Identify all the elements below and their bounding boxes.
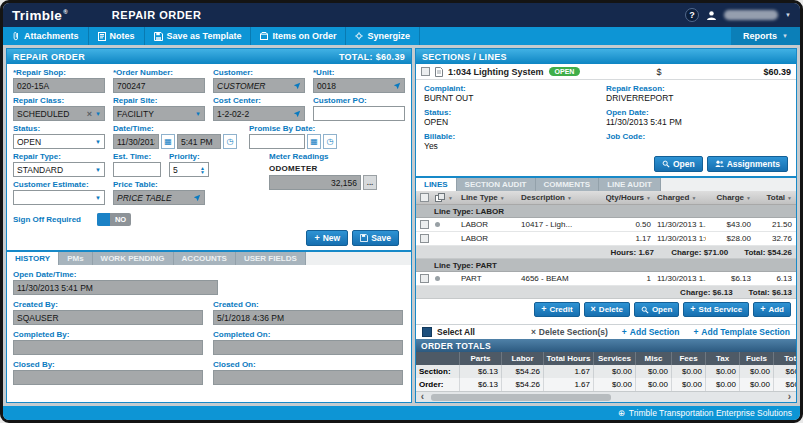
column-line-type[interactable]: Line Type▼ [458,193,518,202]
delete-sections-link[interactable]: ×Delete Section(s) [531,327,608,337]
new-button[interactable]: + New [306,230,348,246]
cell-value: $54.26 [502,378,544,391]
table-row[interactable]: LABOR 1.17 11/30/2013 1:0... $28.00 32.7… [416,232,796,246]
customer-estimate-input[interactable]: ▼ [13,190,105,205]
row-checkbox[interactable] [420,220,429,229]
clear-icon[interactable]: × [87,109,92,119]
synergize-button[interactable]: Synergize [346,27,420,45]
column-charged[interactable]: Charged▼ [654,193,706,202]
std-service-button[interactable]: +Std Service [683,302,749,317]
assignments-button[interactable]: Assignments [707,156,788,172]
lookup-icon[interactable] [293,82,301,90]
promise-by-date-input[interactable] [249,134,305,149]
chevron-down-icon[interactable]: ▼ [95,167,101,173]
order-number-input[interactable]: 700247 [113,78,205,93]
toggle-state: NO [110,215,131,224]
clock-icon[interactable]: ◷ [223,134,237,149]
lookup-icon[interactable] [193,194,201,202]
table-row[interactable]: PART 4656 - BEAM 1 11/30/2013 1... $6.13… [416,272,796,286]
add-button[interactable]: +Add [753,302,791,317]
price-table-input[interactable]: PRICE TABLE [113,190,205,205]
lookup-icon[interactable] [293,110,301,118]
tab-lines[interactable]: LINES [416,178,457,191]
reports-button[interactable]: Reports ▼ [731,27,800,45]
time-input[interactable]: 5:41 PM [177,134,221,149]
add-section-link[interactable]: +Add Section [622,327,680,337]
row-checkbox[interactable] [420,234,429,243]
section-checkbox[interactable] [421,67,430,76]
section-status-value: OPEN [424,117,606,127]
est-time-input[interactable] [113,162,161,177]
open-line-button[interactable]: Open [634,302,679,317]
more-button[interactable]: ... [363,175,377,190]
tab-section-audit[interactable]: SECTION AUDIT [457,178,536,191]
cost-center-input[interactable]: 1-2-02-2 [213,106,305,121]
items-on-order-button[interactable]: Items on Order [251,27,346,45]
odometer-input[interactable]: 32,156 [269,175,361,190]
unit-input[interactable]: 0018 [313,78,405,93]
chevron-down-icon[interactable]: ▼ [195,111,201,117]
status-dropdown[interactable]: OPEN ▼ [13,134,105,149]
cell-value: $0.00 [594,365,636,378]
header-checkbox[interactable] [420,193,429,202]
repair-type-dropdown[interactable]: STANDARD ▼ [13,162,105,177]
column-description[interactable]: Description▼ [518,193,606,202]
repair-class-combo[interactable]: SCHEDULED × ▼ [13,106,105,121]
delete-button[interactable]: ×Delete [584,302,630,317]
notes-button[interactable]: Notes [89,27,145,45]
tab-history[interactable]: HISTORY [7,252,59,265]
add-template-section-link[interactable]: +Add Template Section [693,327,790,337]
scroll-right-icon[interactable]: › [783,392,796,402]
tab-user-fields[interactable]: USER FIELDS [236,252,306,265]
credit-button[interactable]: +Credit [534,302,579,317]
column-qty-hours[interactable]: Qty/Hours▼ [606,193,654,202]
tab-comments[interactable]: COMMENTS [536,178,600,191]
select-all-checkbox[interactable] [422,327,432,337]
help-icon[interactable]: ? [685,8,699,22]
save-as-template-button[interactable]: Save as Template [145,27,252,45]
calendar-icon[interactable]: ▦ [161,134,175,149]
globe-icon: ⊕ [618,408,625,418]
attachments-button[interactable]: Attachments [3,27,89,45]
column-total[interactable]: Total▼ [754,193,796,202]
repair-site-dropdown[interactable]: FACILITY ▼ [113,106,205,121]
column-charge[interactable]: Charge▼ [706,193,754,202]
chevron-down-icon[interactable]: ▼ [95,111,101,117]
calendar-icon[interactable]: ▦ [307,134,321,149]
est-time-label: Est. Time: [113,152,161,161]
table-row[interactable]: LABOR 10417 - Ligh... 0.50 11/30/2013 1.… [416,218,796,232]
chevron-down-icon[interactable]: ▼ [785,12,791,18]
chevron-down-icon[interactable]: ▼ [95,195,101,201]
horizontal-scrollbar[interactable]: ‹ › [416,391,796,402]
save-button[interactable]: Save [352,230,399,246]
cell-line-type: PART [458,274,518,283]
sections-header-title: SECTIONS / LINES [422,52,507,62]
chevron-down-icon[interactable]: ▼ [95,139,101,145]
clock-icon[interactable]: ◷ [323,134,337,149]
sign-off-toggle[interactable]: NO [97,213,131,226]
save-icon [154,32,163,41]
tab-line-audit[interactable]: LINE AUDIT [599,178,661,191]
repair-shop-input[interactable]: 020-15A [13,78,105,93]
scrollbar-thumb[interactable] [431,394,611,401]
select-all-label[interactable]: Select All [437,327,475,337]
tab-pms[interactable]: PMs [59,252,92,265]
lookup-icon[interactable] [393,82,401,90]
customer-input[interactable]: CUSTOMER [213,78,305,93]
open-section-button[interactable]: Open [654,156,703,172]
customer-po-input[interactable] [313,106,405,121]
cell-value: $0.00 [636,365,672,378]
priority-stepper[interactable]: 5 ▲ ▼ [169,162,209,177]
tab-accounts[interactable]: ACCOUNTS [174,252,236,265]
date-input[interactable]: 11/30/2013 [113,134,159,149]
scroll-left-icon[interactable]: ‹ [416,392,429,402]
user-icon[interactable] [706,10,717,21]
unit-field-group: *Unit: 0018 [313,68,405,93]
promise-by-label: Promise By Date: [249,124,345,133]
layered-pages-icon[interactable] [435,193,446,202]
row-checkbox[interactable] [420,274,429,283]
tab-work-pending[interactable]: WORK PENDING [93,252,174,265]
spinner-down-icon[interactable]: ▼ [200,170,205,174]
chevron-down-icon[interactable]: ▼ [448,195,453,201]
section-summary-row[interactable]: 1:034 Lighting System OPEN $ $60.39 [416,64,796,80]
